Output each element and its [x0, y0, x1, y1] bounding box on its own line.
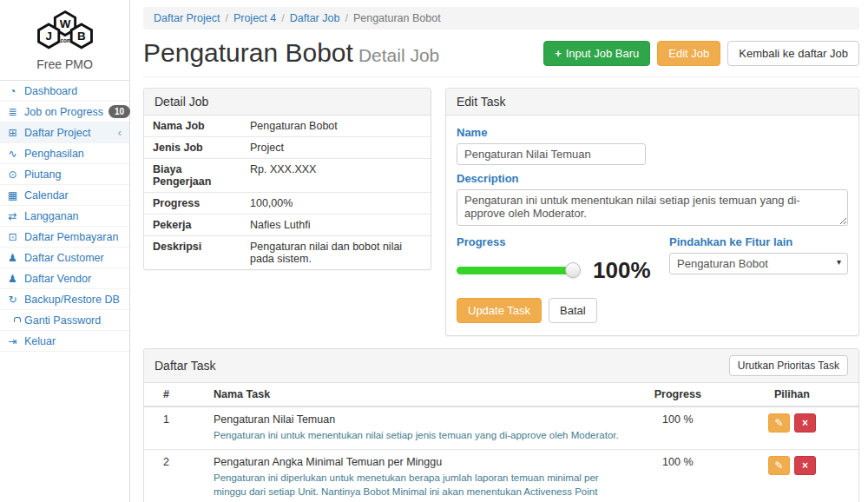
sign-out-icon: ⇥ [6, 335, 19, 347]
dashboard-icon: ◔ [6, 85, 19, 97]
task-description: Pengaturan ini untuk menentukan nilai se… [214, 428, 623, 443]
header-actions: + Input Job Baru Edit Job Kembali ke daf… [543, 41, 859, 66]
name-label: Name [457, 126, 848, 139]
urutkan-prioritas-task-button[interactable]: Urutkan Prioritas Task [729, 355, 848, 376]
page-title: Pengaturan BobotDetail Job [143, 38, 439, 68]
jwb-logo-icon: W J B .com [25, 9, 105, 54]
move-to-feature-label: Pindahkan ke Fitur lain [669, 235, 848, 248]
users-icon: ♟ [6, 252, 19, 264]
sidebar-item-dashboard[interactable]: ◔ Dashboard [0, 81, 129, 102]
line-chart-icon: ∿ [6, 148, 19, 160]
table-row: Deskripsi Pengaturan nilai dan bobot nil… [144, 236, 431, 270]
progress-slider-fill [457, 267, 574, 274]
task-progress: 100 % [630, 449, 726, 502]
table-row: 2 Pengaturan Angka Minimal Temuan per Mi… [144, 449, 858, 502]
task-name: Pengaturan Angka Minimal Temuan per Ming… [214, 456, 623, 468]
close-icon: × [802, 417, 808, 429]
task-number: 1 [144, 406, 207, 449]
move-to-feature-select[interactable]: Pengaturan Bobot [669, 253, 848, 274]
breadcrumb-separator: / [339, 12, 352, 24]
kembali-ke-daftar-job-button[interactable]: Kembali ke daftar Job [727, 41, 859, 66]
sidebar-item-piutang[interactable]: ⊙ Piutang [0, 164, 129, 185]
progress-label: Progress [457, 235, 669, 248]
svg-text:B: B [76, 30, 85, 43]
batal-button[interactable]: Batal [549, 298, 597, 323]
task-name: Pengaturan Nilai Temuan [214, 413, 623, 426]
progress-value: 100% [593, 257, 651, 284]
input-job-baru-button[interactable]: + Input Job Baru [543, 41, 650, 66]
detail-job-panel: Detail Job Nama Job Pengaturan Bobot Jen… [143, 88, 431, 270]
money-icon: ⊙ [6, 168, 19, 181]
task-table-header-row: # Nama Task Progress Pilihan [144, 383, 858, 406]
refresh-icon: ↻ [6, 294, 19, 306]
delete-task-button[interactable]: × [794, 413, 816, 433]
svg-text:.com: .com [58, 37, 71, 43]
table-row: Pekerja Nafies Luthfi [144, 215, 431, 236]
sidebar-item-keluar[interactable]: ⇥ Keluar [0, 331, 129, 352]
detail-job-table: Nama Job Pengaturan Bobot Jenis Job Proj… [144, 116, 431, 269]
sidebar-item-backup-restore-db[interactable]: ↻ Backup/Restore DB [0, 289, 129, 310]
sidebar-item-daftar-project[interactable]: ⊞ Daftar Project ‹ [0, 122, 129, 143]
sidebar-item-daftar-pembayaran[interactable]: ⊡ Daftar Pembayaran [0, 227, 129, 248]
table-row: Jenis Job Project [144, 137, 431, 159]
breadcrumb-daftar-job[interactable]: Daftar Job [290, 12, 340, 24]
pencil-icon: ✎ [774, 417, 783, 429]
table-icon: ⊞ [6, 127, 19, 139]
detail-job-panel-title: Detail Job [144, 89, 431, 116]
daftar-task-panel: Daftar Task Urutkan Prioritas Task # Nam… [143, 348, 859, 502]
tasks-icon: ≣ [6, 106, 19, 118]
task-progress: 100 % [630, 406, 726, 449]
close-icon: × [802, 459, 808, 472]
sidebar-item-ganti-password[interactable]: Ganti Password [0, 310, 129, 331]
breadcrumb-separator: / [220, 12, 233, 24]
breadcrumb-daftar-project[interactable]: Daftar Project [154, 12, 220, 24]
table-row: Biaya Pengerjaan Rp. XXX.XXX [144, 159, 431, 193]
breadcrumb-project-4[interactable]: Project 4 [233, 12, 276, 24]
edit-task-panel: Edit Task Name Description Pengaturan in… [445, 88, 859, 336]
calendar-icon: ▦ [6, 189, 19, 201]
sidebar-item-job-on-progress[interactable]: ≣ Job on Progress 10 [0, 102, 129, 122]
sidebar-item-calendar[interactable]: ▦ Calendar [0, 185, 129, 206]
sidebar: W J B .com Free PMO ◔ Dashboard ≣ Job on… [0, 0, 130, 502]
task-description: Pengaturan ini diperlukan untuk menetuka… [214, 471, 623, 502]
table-row: Progress 100,00% [144, 193, 431, 215]
plus-icon: + [555, 47, 562, 60]
description-label: Description [457, 172, 848, 185]
delete-task-button[interactable]: × [794, 456, 816, 475]
money-icon: ⊡ [6, 231, 19, 243]
main-content: Daftar Project/Project 4/Daftar Job/Peng… [130, 0, 868, 502]
table-row: Nama Job Pengaturan Bobot [144, 116, 431, 137]
pencil-icon: ✎ [774, 459, 783, 472]
edit-task-panel-title: Edit Task [446, 89, 858, 116]
breadcrumb-separator: / [276, 12, 289, 24]
task-number: 2 [144, 449, 207, 502]
breadcrumb-current: Pengaturan Bobot [353, 12, 441, 24]
sidebar-nav: ◔ Dashboard ≣ Job on Progress 10 ⊞ Dafta… [0, 81, 129, 352]
sidebar-item-daftar-vendor[interactable]: ♟ Daftar Vendor [0, 268, 129, 289]
brand-name: Free PMO [0, 57, 129, 71]
page-subtitle: Detail Job [358, 45, 439, 65]
task-name-input[interactable] [457, 143, 646, 165]
sidebar-item-langganan[interactable]: ⇄ Langganan [0, 206, 129, 227]
brand-block: W J B .com Free PMO [0, 0, 129, 81]
count-badge: 10 [108, 105, 130, 118]
table-row: 1 Pengaturan Nilai Temuan Pengaturan ini… [144, 406, 858, 449]
task-description-textarea[interactable]: Pengaturan ini untuk menentukan nilai se… [457, 189, 848, 226]
edit-task-button[interactable]: ✎ [768, 456, 790, 475]
progress-slider[interactable] [457, 267, 574, 274]
sidebar-item-penghasilan[interactable]: ∿ Penghasilan [0, 143, 129, 164]
edit-task-button[interactable]: ✎ [768, 413, 790, 433]
repeat-icon: ⇄ [6, 210, 19, 222]
svg-text:W: W [59, 17, 70, 30]
edit-job-button[interactable]: Edit Job [657, 41, 720, 66]
users-icon: ♟ [6, 273, 19, 285]
app-window: W J B .com Free PMO ◔ Dashboard ≣ Job on… [0, 0, 868, 502]
update-task-button[interactable]: Update Task [457, 298, 542, 323]
svg-text:J: J [45, 30, 51, 43]
page-header: Pengaturan BobotDetail Job + Input Job B… [143, 36, 859, 77]
daftar-task-panel-title: Daftar Task [155, 359, 216, 373]
chevron-left-icon: ‹ [118, 126, 123, 139]
sidebar-item-daftar-customer[interactable]: ♟ Daftar Customer [0, 248, 129, 268]
slider-handle[interactable] [565, 262, 581, 278]
task-table: # Nama Task Progress Pilihan 1 Pengatura… [144, 383, 858, 502]
